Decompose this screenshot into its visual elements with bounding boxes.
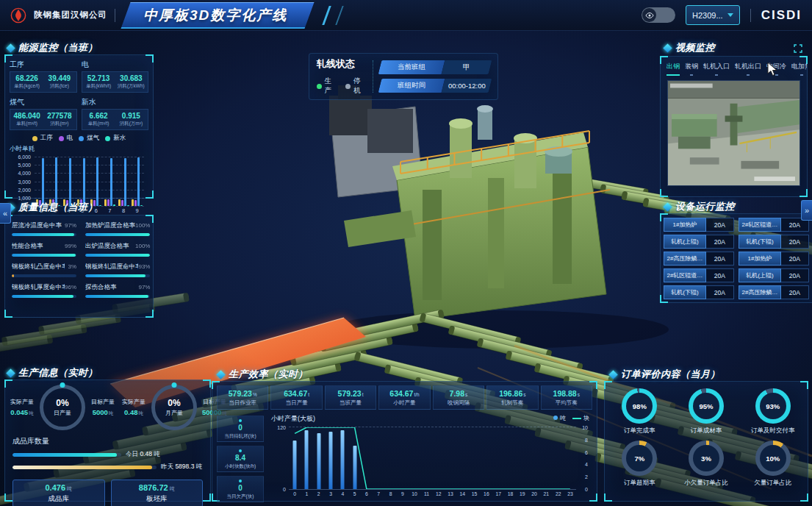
bar-group [36,157,47,206]
x-tick: 5 [348,491,360,499]
target-unit: 吨 [109,410,114,416]
diamond-icon [608,370,618,380]
chevron-down-icon [727,13,733,17]
camera-tab-3[interactable]: 轧机入口 [703,62,730,76]
y-tick: 4 [585,462,588,467]
fullscreen-icon[interactable] [794,43,802,56]
device-chip: 轧机(下辊)20A [739,235,809,249]
x-tick: 6 [361,491,373,499]
visibility-toggle[interactable] [642,7,675,23]
mini-dot [239,449,242,452]
energy-chart-label: 小时单耗 [10,145,148,154]
progress-fill [12,274,14,277]
target-value: 5000 [93,408,108,416]
legend-label: 新水 [113,134,126,143]
status-label: 停机 [353,76,367,96]
hourly-output-chart: 小时产量(大板) 吨 块 12001086420 012345678910111… [270,414,591,499]
energy-metric-value: 277578 [44,112,74,120]
x-tick: 17 [492,491,504,499]
energy-metric-unit: 消耗(万kWh) [116,83,146,90]
diamond-icon [216,370,226,380]
camera-feed[interactable] [667,80,800,186]
bar-group [90,157,101,206]
energy-metric-unit: 单耗(m³/t) [12,121,42,127]
x-tick: 0 [289,491,301,499]
mini-label: 小时块数(块/h) [218,463,262,470]
gauge-dot [60,382,65,388]
mini-value: 0 [218,484,262,492]
mini-value: 0 [218,424,262,432]
progress-fill [12,254,76,257]
stat-label: 小时产量 [380,399,428,407]
bar [42,158,44,206]
bar [124,158,126,206]
energy-title-text: 能源监控（当班） [18,41,98,54]
efficiency-stat-card: 634.67t当日产量 [270,385,322,410]
quality-label: 探伤合格率 [85,283,117,292]
y-tick: 3,000 [18,179,31,184]
donut-ring: 95% [689,388,724,424]
stat-unit: t [308,392,309,397]
y-tick: 5,000 [18,163,31,168]
efficiency-mini-card: 8.4小时块数(块/h) [217,446,264,472]
collapse-left-button[interactable]: « [0,203,11,224]
order-donut: 10%欠量订单占比 [739,441,806,488]
legend-item: 工序 [32,134,53,143]
x-tick: 10 [409,491,420,499]
quality-value: 97% [138,284,150,291]
device-name: 2#高压除鳞… [739,285,781,299]
legend-label: 煤气 [87,134,99,143]
quality-label: 钢板终轧温度命中率 [85,263,138,271]
camera-tab-1[interactable]: 出钢 [667,62,680,76]
decor-slash [336,6,344,25]
warehouse-card: 0.476吨成品库 [12,480,105,506]
energy-group: 煤气486.040单耗(m³/t)277578消耗(m³) [10,97,77,130]
energy-metric-value: 486.040 [12,112,42,120]
progress-fill [12,233,74,236]
efficiency-panel: 579.23%当日作业率634.67t当日产量579.23t当班产量634.67… [212,381,597,502]
quality-item: 钢板终轧温度命中率93% [85,263,150,277]
legend-item: 煤气 [79,134,99,143]
production-gauge: 实际产量0.045吨0%日产量目标产量5000吨 [7,385,118,430]
device-chip: 2#高压除鳞…20A [739,285,809,299]
x-tick: 22 [553,491,564,499]
quality-label: 钢板终轧凸度命中率 [12,263,65,271]
bar [127,205,129,207]
x-tick: 12 [433,491,445,499]
stat-value: 196.86 [499,389,522,398]
heat-number-dropdown[interactable]: H2309... [686,5,740,25]
shift-info-bar: 当前班组甲 [378,60,492,74]
company-name: 陕钢集团汉钢公司 [34,10,107,21]
expand-right-button[interactable]: » [801,200,812,221]
order-donut: 95%订单成材率 [673,388,740,435]
stock-bar-fill [12,453,117,457]
divider [750,9,751,22]
bar-group [77,157,88,206]
device-chip: 1#加热炉20A [664,218,734,232]
y-tick: 0 [271,487,286,492]
bar [137,157,140,206]
shift-info: 当前班组甲班组时间00:00-12:00 [380,60,490,93]
y-tick: 6 [585,449,588,455]
device-name: 2#轧区辊道… [664,268,706,282]
stock-title: 成品库数量 [12,436,210,446]
camera-tab-6[interactable]: 电加热 [791,62,807,76]
stat-label: 当日产量 [272,399,320,407]
warehouse-label: 板坯库 [146,494,168,504]
y-tick: 10 [582,425,588,430]
device-status-rows: 1#加热炉20A2#轧区辊道…20A轧机(上辊)20A轧机(下辊)20A2#高压… [661,214,812,303]
stat-unit: s [523,392,525,397]
energy-panel: 工序68.226单耗(kgce/t)39.449消耗(tce)电52.713单耗… [4,54,154,199]
camera-tab-2[interactable]: 装钢 [685,62,698,76]
shift-info-value: 00:00-12:00 [448,82,486,90]
quality-item: 性能合格率99% [12,242,76,257]
camera-tab-5[interactable]: 中间冷 [766,62,786,76]
quality-value: 99% [65,243,76,249]
energy-metric-unit: 单耗(m³/t) [84,121,114,127]
y-tick: 0 [585,487,588,492]
energy-group: 电52.713单耗(kWh/t)30.683消耗(万kWh) [82,60,149,93]
camera-tab-4[interactable]: 轧机出口 [735,62,761,76]
energy-metric-unit: 消耗(万m³) [116,121,146,127]
donut-value: 98% [626,393,653,419]
stat-label: 轧制节奏 [488,399,536,407]
